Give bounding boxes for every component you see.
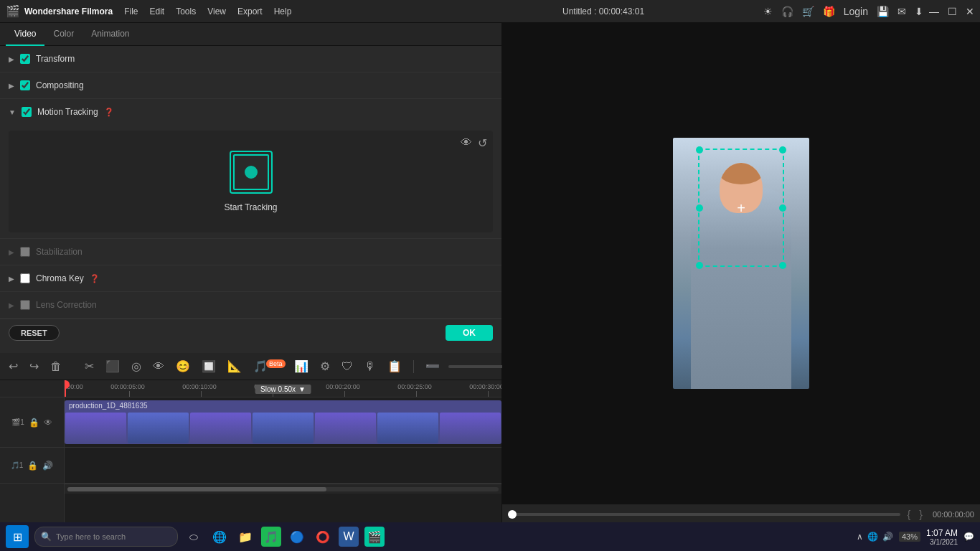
track-1-number: 🎬1 <box>11 418 24 426</box>
clip-thumb-6 <box>377 413 438 443</box>
network-icon[interactable]: 🌐 <box>867 532 878 542</box>
reset-button[interactable]: RESET <box>9 325 60 341</box>
section-motion-tracking-header[interactable]: ▼ Motion Tracking ❓ <box>0 99 501 125</box>
brightness-icon[interactable]: ☀ <box>763 6 773 17</box>
transform-label: Transform <box>36 54 75 64</box>
track-1-eye-icon[interactable]: 👁 <box>44 418 52 428</box>
crop-button[interactable]: ⬛ <box>103 358 123 375</box>
window-controls: — ☐ ✕ <box>929 6 974 17</box>
tracking-eye-icon[interactable]: 👁 <box>461 136 472 150</box>
section-transform-header[interactable]: ▶ Transform <box>0 46 501 72</box>
menu-view[interactable]: View <box>207 6 226 17</box>
ruler-tick-6: 00:00:30:00 <box>469 383 501 390</box>
timeline-panel: ↩ ↪ 🗑 ✂ ⬛ ◎ 👁 😊 🔲 📐 🎵 Beta 📊 ⚙ 🛡 <box>0 353 501 551</box>
clip-thumbnails <box>65 412 501 444</box>
ok-button[interactable]: OK <box>446 325 493 341</box>
section-chroma-key-header[interactable]: ▶ Chroma Key ❓ <box>0 265 501 291</box>
section-stabilization-header[interactable]: ▶ Stabilization <box>0 239 501 265</box>
scroll-thumb[interactable] <box>67 487 326 491</box>
menu-export[interactable]: Export <box>237 6 263 17</box>
edge-icon[interactable]: 🌐 <box>209 527 230 547</box>
zoom-slider[interactable] <box>448 365 506 368</box>
stabilize-button[interactable]: 🔲 <box>199 358 219 375</box>
files-icon[interactable]: 📁 <box>235 527 255 547</box>
track-1-lock-icon[interactable]: 🔒 <box>29 418 39 428</box>
chroma-key-help-icon[interactable]: ❓ <box>90 274 100 283</box>
playhead[interactable] <box>65 380 66 397</box>
undo-button[interactable]: ↩ <box>6 358 21 375</box>
delete-button[interactable]: 🗑 <box>47 359 65 375</box>
lens-correction-checkbox[interactable] <box>20 300 30 310</box>
store-icon[interactable]: 🛒 <box>802 6 814 17</box>
start-tracking-label: Start Tracking <box>224 202 277 212</box>
start-button[interactable]: ⊞ <box>6 525 29 548</box>
clip-button[interactable]: 📋 <box>385 358 405 375</box>
transform-checkbox[interactable] <box>20 54 30 64</box>
app-logo-icon: 🎬 <box>6 4 20 18</box>
preview-panel: + { } 00:00:00:00 ⏮ ⏭ ▶ ⏹ 1/2 1/1 1/4 <box>502 23 980 551</box>
menu-file[interactable]: File <box>124 6 138 17</box>
groove-icon[interactable]: 🎵 <box>261 527 281 547</box>
chrome2-icon[interactable]: ⭕ <box>313 527 333 547</box>
maximize-button[interactable]: ☐ <box>948 6 957 17</box>
word-icon[interactable]: W <box>339 527 359 547</box>
search-bar[interactable]: 🔍 Type here to search <box>34 527 178 547</box>
redo-button[interactable]: ↪ <box>27 358 42 375</box>
section-compositing-header[interactable]: ▶ Compositing <box>0 72 501 98</box>
tray-up-icon[interactable]: ∧ <box>857 532 863 542</box>
tab-video[interactable]: Video <box>6 23 44 46</box>
cortana-icon[interactable]: ⬭ <box>184 527 204 547</box>
menu-tools[interactable]: Tools <box>176 6 196 17</box>
horizontal-scrollbar[interactable] <box>65 484 501 494</box>
login-button[interactable]: Login <box>844 6 868 17</box>
motion-tracking-help-icon[interactable]: ❓ <box>104 108 114 117</box>
battery-percentage: 43% <box>899 532 920 542</box>
cut-button[interactable]: ✂ <box>82 358 97 375</box>
save-icon[interactable]: 💾 <box>877 6 889 17</box>
notification-icon[interactable]: 💬 <box>963 532 974 542</box>
shield-button[interactable]: 🛡 <box>339 359 356 375</box>
speed-dropdown-icon[interactable]: ▼ <box>298 385 306 393</box>
motion-tracking-checkbox[interactable] <box>22 107 32 117</box>
volume-tray-icon[interactable]: 🔊 <box>882 532 893 542</box>
clip-thumb-7 <box>440 413 501 443</box>
motion-tracking-center: Start Tracking <box>14 136 487 227</box>
video-clip[interactable]: production_1D_4881635 <box>65 400 501 444</box>
rotate-button[interactable]: ◎ <box>128 358 144 375</box>
tracking-reset-icon[interactable]: ↺ <box>478 136 487 150</box>
window-title: Untitled : 00:00:43:01 <box>443 6 763 17</box>
mic-button[interactable]: 🎙 <box>362 359 379 375</box>
gift-icon[interactable]: 🎁 <box>823 6 835 17</box>
zoom-out-button[interactable]: ➖ <box>423 358 443 375</box>
compositing-checkbox[interactable] <box>20 80 30 90</box>
stabilization-checkbox[interactable] <box>20 247 30 257</box>
clock: 1:07 AM 3/1/2021 <box>926 528 958 546</box>
chrome-icon[interactable]: 🔵 <box>287 527 307 547</box>
center-cross: + <box>737 201 745 215</box>
tracking-box[interactable]: + <box>698 149 784 267</box>
mask-button[interactable]: 📐 <box>225 358 245 375</box>
section-chroma-key: ▶ Chroma Key ❓ <box>0 265 501 292</box>
menu-help[interactable]: Help <box>274 6 292 17</box>
effects-button[interactable]: ⚙ <box>317 358 333 375</box>
tab-color[interactable]: Color <box>44 23 83 46</box>
minimize-button[interactable]: — <box>929 6 939 17</box>
audio-track-mute-icon[interactable]: 🔊 <box>42 461 53 471</box>
chart-button[interactable]: 📊 <box>291 358 311 375</box>
chroma-key-checkbox[interactable] <box>20 273 30 283</box>
color-button[interactable]: 😊 <box>173 358 193 375</box>
menu-edit[interactable]: Edit <box>149 6 164 17</box>
preview-progress-bar[interactable] <box>508 513 900 516</box>
audio-track-lock-icon[interactable]: 🔒 <box>27 461 38 471</box>
tab-animation[interactable]: Animation <box>83 23 138 46</box>
section-lens-correction-header[interactable]: ▶ Lens Correction <box>0 292 501 318</box>
speed-button[interactable]: 👁 <box>150 359 167 375</box>
taskbar: ⊞ 🔍 Type here to search ⬭ 🌐 📁 🎵 🔵 ⭕ W 🎬 … <box>0 522 980 551</box>
close-button[interactable]: ✕ <box>966 6 974 17</box>
bracket-open: { <box>908 509 911 520</box>
mail-icon[interactable]: ✉ <box>897 6 906 17</box>
start-tracking-button[interactable] <box>230 151 273 194</box>
audio-icon[interactable]: 🎧 <box>781 6 793 17</box>
download-icon[interactable]: ⬇ <box>915 6 923 17</box>
filmora-icon[interactable]: 🎬 <box>364 527 385 547</box>
